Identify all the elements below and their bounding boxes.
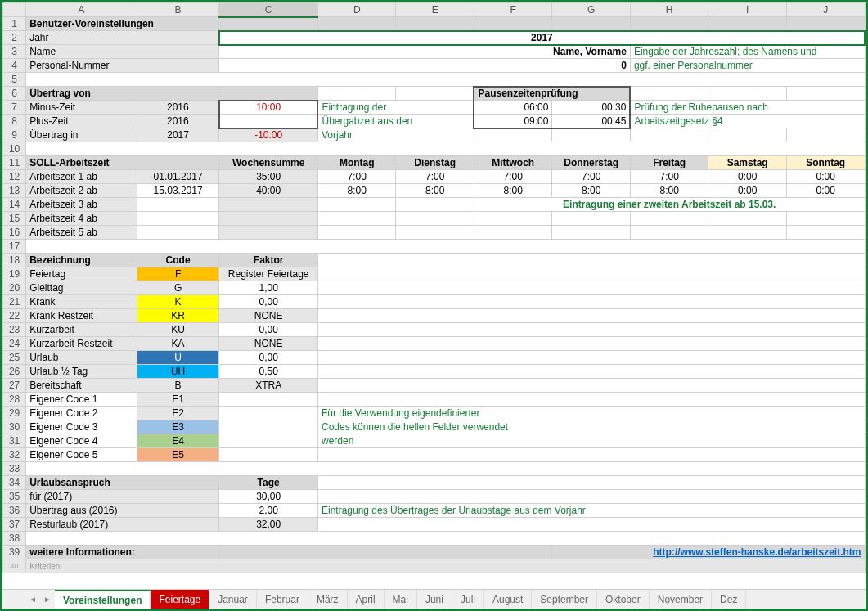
row-21[interactable]: 21: [3, 295, 26, 309]
row-39[interactable]: 39: [3, 546, 26, 559]
tab-august[interactable]: August: [484, 590, 532, 609]
cell[interactable]: Benutzer-Voreinstellungen: [26, 17, 219, 31]
row-35[interactable]: 35: [3, 490, 26, 504]
cell[interactable]: SOLL-Arbeitszeit: [26, 156, 219, 170]
spreadsheet-grid[interactable]: A B C D E F G H I J 1 Benutzer-Voreinste…: [2, 2, 866, 573]
tab-voreinstellungen[interactable]: Voreinstellungen: [55, 590, 151, 609]
tab-scroll-right[interactable]: ►: [40, 590, 55, 609]
row-6[interactable]: 6: [3, 87, 26, 101]
row-10[interactable]: 10: [3, 142, 26, 156]
tab-juni[interactable]: Juni: [417, 590, 452, 609]
cell[interactable]: 2017: [137, 128, 219, 142]
column-headers[interactable]: A B C D E F G H I J: [3, 3, 866, 17]
cell[interactable]: Samstag: [708, 156, 786, 170]
cell[interactable]: Montag: [317, 156, 395, 170]
row-30[interactable]: 30: [3, 420, 26, 434]
cell[interactable]: Plus-Zeit: [26, 115, 137, 128]
row-11[interactable]: 11: [3, 156, 26, 170]
row-1[interactable]: 1: [3, 17, 26, 31]
tab-februar[interactable]: Februar: [257, 590, 308, 609]
cell[interactable]: 35:00: [219, 170, 318, 184]
row-38[interactable]: 38: [3, 532, 26, 546]
cell[interactable]: Name: [26, 45, 219, 59]
row-20[interactable]: 20: [3, 281, 26, 295]
col-G[interactable]: G: [552, 3, 630, 17]
cell[interactable]: Jahr: [26, 31, 219, 45]
row-9[interactable]: 9: [3, 128, 26, 142]
col-J[interactable]: J: [786, 3, 865, 17]
row-22[interactable]: 22: [3, 309, 26, 323]
row-31[interactable]: 31: [3, 434, 26, 448]
row-27[interactable]: 27: [3, 379, 26, 393]
sheet-tabs[interactable]: ◄ ► Voreinstellungen Feiertage Januar Fe…: [2, 589, 866, 609]
tab-april[interactable]: April: [348, 590, 385, 609]
row-29[interactable]: 29: [3, 407, 26, 420]
row-32[interactable]: 32: [3, 448, 26, 462]
row-33[interactable]: 33: [3, 462, 26, 476]
cell[interactable]: Arbeitszeit 1 ab: [26, 170, 137, 184]
row-18[interactable]: 18: [3, 254, 26, 267]
tab-maerz[interactable]: März: [308, 590, 348, 609]
tab-dezember[interactable]: Dez: [712, 590, 746, 609]
col-B[interactable]: B: [137, 3, 219, 17]
cell[interactable]: 2016: [137, 101, 219, 115]
cell[interactable]: Arbeitszeit 2 ab: [26, 184, 137, 198]
cell[interactable]: 01.01.2017: [137, 170, 219, 184]
col-C[interactable]: C: [219, 3, 318, 17]
tab-oktober[interactable]: Oktober: [597, 590, 650, 609]
cell[interactable]: Name, Vorname: [219, 45, 631, 59]
cell[interactable]: 0: [219, 59, 631, 73]
row-14[interactable]: 14: [3, 198, 26, 212]
row-17[interactable]: 17: [3, 240, 26, 254]
row-37[interactable]: 37: [3, 518, 26, 532]
cell[interactable]: 00:45: [552, 115, 630, 128]
cell[interactable]: 10:00: [219, 101, 318, 115]
tab-juli[interactable]: Juli: [452, 590, 484, 609]
row-7[interactable]: 7: [3, 101, 26, 115]
tab-mai[interactable]: Mai: [385, 590, 417, 609]
info-link[interactable]: http://www.steffen-hanske.de/arbeitszeit…: [552, 546, 865, 559]
col-F[interactable]: F: [474, 3, 551, 17]
cell[interactable]: Übertrag in: [26, 128, 137, 142]
row-5[interactable]: 5: [3, 73, 26, 87]
col-A[interactable]: A: [26, 3, 137, 17]
row-8[interactable]: 8: [3, 115, 26, 128]
tab-januar[interactable]: Januar: [209, 590, 257, 609]
cell[interactable]: [219, 115, 318, 128]
row-28[interactable]: 28: [3, 393, 26, 407]
row-3[interactable]: 3: [3, 45, 26, 59]
row-13[interactable]: 13: [3, 184, 26, 198]
cell[interactable]: 06:00: [474, 101, 551, 115]
cell[interactable]: Sonntag: [786, 156, 865, 170]
row-36[interactable]: 36: [3, 504, 26, 518]
col-I[interactable]: I: [708, 3, 786, 17]
row-2[interactable]: 2: [3, 31, 26, 45]
cell[interactable]: 2016: [137, 115, 219, 128]
cell[interactable]: 09:00: [474, 115, 551, 128]
row-12[interactable]: 12: [3, 170, 26, 184]
select-all-corner[interactable]: [3, 3, 26, 17]
cell-year[interactable]: 2017: [219, 31, 865, 45]
tab-feiertage[interactable]: Feiertage: [151, 590, 209, 609]
row-40[interactable]: 40: [3, 559, 26, 573]
row-4[interactable]: 4: [3, 59, 26, 73]
col-E[interactable]: E: [396, 3, 474, 17]
cell[interactable]: Personal-Nummer: [26, 59, 219, 73]
row-15[interactable]: 15: [3, 212, 26, 226]
row-34[interactable]: 34: [3, 476, 26, 490]
col-H[interactable]: H: [630, 3, 708, 17]
tab-september[interactable]: September: [532, 590, 597, 609]
cell[interactable]: Donnerstag: [552, 156, 630, 170]
row-16[interactable]: 16: [3, 226, 26, 240]
row-24[interactable]: 24: [3, 337, 26, 351]
cell[interactable]: Minus-Zeit: [26, 101, 137, 115]
tab-november[interactable]: November: [650, 590, 712, 609]
cell[interactable]: Übertrag von: [26, 87, 219, 101]
tab-scroll-left[interactable]: ◄: [25, 590, 40, 609]
row-19[interactable]: 19: [3, 267, 26, 281]
row-23[interactable]: 23: [3, 323, 26, 337]
cell[interactable]: -10:00: [219, 128, 318, 142]
cell[interactable]: Pausenzeitenprüfung: [474, 87, 630, 101]
cell[interactable]: Wochensumme: [219, 156, 318, 170]
cell[interactable]: Mittwoch: [474, 156, 551, 170]
